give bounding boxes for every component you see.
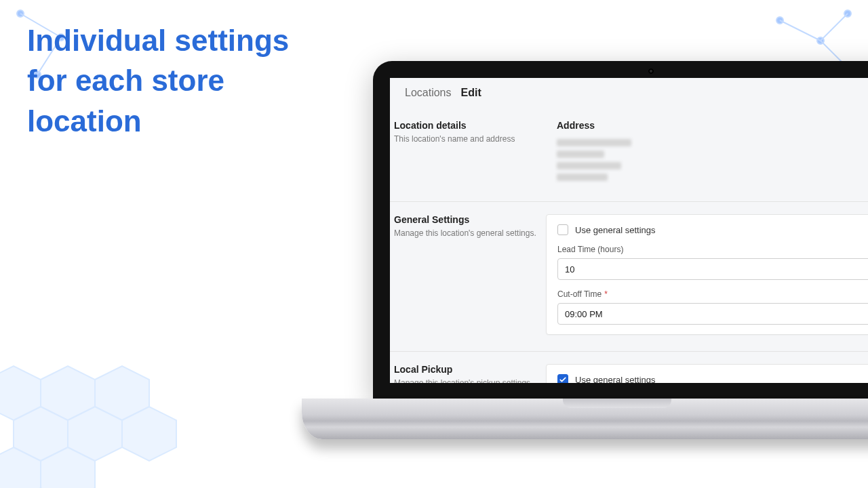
laptop-base <box>302 399 868 439</box>
required-asterisk-icon: * <box>604 289 608 299</box>
svg-marker-14 <box>68 407 122 461</box>
svg-point-7 <box>17 10 24 17</box>
cutoff-time-input[interactable] <box>557 303 868 325</box>
section-location-details: Location details This location's name an… <box>390 108 868 201</box>
address-line-blurred <box>557 139 631 146</box>
pickup-use-general-label: Use general settings <box>575 375 656 384</box>
local-pickup-subtitle: Manage this location's pickup settings. <box>394 378 538 383</box>
section-general-settings: General Settings Manage this location's … <box>390 201 868 351</box>
checkbox-icon[interactable] <box>557 374 568 383</box>
section-local-pickup: Local Pickup Manage this location's pick… <box>390 351 868 383</box>
svg-point-1 <box>817 37 824 44</box>
laptop-camera-icon <box>648 68 654 74</box>
use-general-settings-checkbox-row[interactable]: Use general settings <box>557 224 868 235</box>
location-details-title: Location details <box>394 120 538 131</box>
app-screen: Locations Edit Location details This loc… <box>390 78 868 383</box>
general-settings-subtitle: Manage this location's general settings. <box>394 228 538 239</box>
breadcrumb: Locations Edit <box>390 78 868 108</box>
address-heading: Address <box>557 120 868 131</box>
checkbox-icon[interactable] <box>557 224 568 235</box>
svg-marker-19 <box>0 447 41 488</box>
svg-line-4 <box>780 20 821 41</box>
local-pickup-title: Local Pickup <box>394 364 538 375</box>
cutoff-time-label: Cut-off Time <box>557 289 601 299</box>
general-settings-title: General Settings <box>394 214 538 225</box>
svg-point-0 <box>776 17 783 24</box>
svg-marker-15 <box>14 407 68 461</box>
svg-marker-17 <box>0 366 41 420</box>
breadcrumb-parent[interactable]: Locations <box>405 87 452 99</box>
svg-line-5 <box>821 14 848 41</box>
address-line-blurred <box>557 162 621 169</box>
svg-marker-16 <box>122 407 176 461</box>
laptop-mockup: Locations Edit Location details This loc… <box>302 61 868 468</box>
address-line-blurred <box>557 150 604 158</box>
address-line-blurred <box>557 174 608 181</box>
laptop-trackpad-notch <box>563 399 671 408</box>
use-general-settings-label: Use general settings <box>575 225 656 235</box>
svg-marker-13 <box>95 366 149 420</box>
marketing-headline: Individual settings for each store locat… <box>27 20 319 141</box>
svg-point-2 <box>844 10 851 17</box>
svg-marker-12 <box>41 366 95 420</box>
breadcrumb-current: Edit <box>461 87 481 99</box>
svg-marker-18 <box>41 447 95 488</box>
lead-time-input[interactable] <box>557 258 868 280</box>
pickup-use-general-checkbox-row[interactable]: Use general settings <box>557 374 868 383</box>
lead-time-label: Lead Time (hours) <box>557 245 868 254</box>
location-details-subtitle: This location's name and address <box>394 134 538 144</box>
